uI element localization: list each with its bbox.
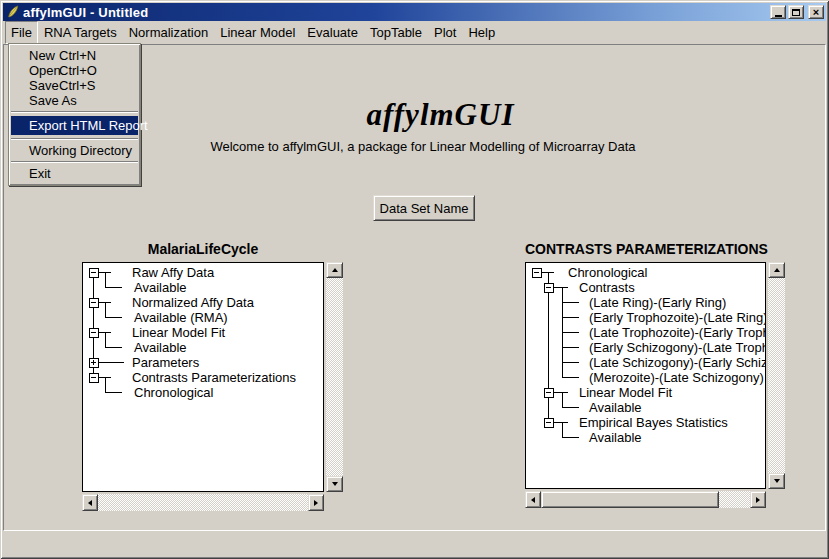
scrollbar-track[interactable] bbox=[541, 491, 750, 508]
menu-linear-model[interactable]: Linear Model bbox=[214, 21, 301, 44]
menu-item-save[interactable]: Save Ctrl+S bbox=[10, 78, 139, 93]
tree-node-label[interactable]: Contrasts Parameterizations bbox=[132, 370, 297, 385]
tree-node-label[interactable]: (Merozoite)-(Late Schizogony) bbox=[589, 370, 764, 385]
left-horizontal-scrollbar[interactable] bbox=[82, 494, 324, 511]
menu-help[interactable]: Help bbox=[462, 21, 501, 44]
tree-node-label[interactable]: (Early Trophozoite)-(Late Ring) bbox=[589, 310, 765, 325]
contrasts-tree: ChronologicalContrasts(Late Ring)-(Early… bbox=[526, 263, 765, 488]
scrollbar-track[interactable] bbox=[768, 278, 785, 473]
menu-toptable[interactable]: TopTable bbox=[364, 21, 428, 44]
scroll-right-icon[interactable] bbox=[750, 491, 766, 508]
scroll-right-icon[interactable] bbox=[308, 494, 324, 511]
tree-node-label[interactable]: Chronological bbox=[134, 385, 214, 400]
tree-node-label[interactable]: (Late Ring)-(Early Ring) bbox=[589, 295, 726, 310]
tree-node-label[interactable]: Normalized Affy Data bbox=[132, 295, 255, 310]
menu-item-exit[interactable]: Exit bbox=[10, 166, 139, 181]
right-horizontal-scrollbar[interactable] bbox=[525, 491, 766, 508]
menu-plot[interactable]: Plot bbox=[428, 21, 462, 44]
menu-separator bbox=[11, 161, 138, 163]
scrollbar-track[interactable] bbox=[326, 278, 343, 476]
menu-separator bbox=[11, 111, 138, 113]
menu-evaluate[interactable]: Evaluate bbox=[301, 21, 364, 44]
menu-item-open[interactable]: Open Ctrl+O bbox=[10, 63, 139, 78]
scroll-left-icon[interactable] bbox=[82, 494, 98, 511]
left-tree-heading: MalariaLifeCycle bbox=[82, 241, 324, 257]
menu-item-accelerator: Ctrl+S bbox=[59, 78, 95, 93]
tree-node-label[interactable]: Empirical Bayes Statistics bbox=[579, 415, 728, 430]
contrasts-tree-canvas[interactable]: ChronologicalContrasts(Late Ring)-(Early… bbox=[525, 262, 766, 489]
tree-node-label[interactable]: (Late Trophozoite)-(Early Trophozoite) bbox=[589, 325, 765, 340]
file-menu: New Ctrl+N Open Ctrl+O Save Ctrl+S Save … bbox=[8, 43, 141, 186]
window-controls: × bbox=[768, 5, 824, 19]
scroll-left-icon[interactable] bbox=[525, 491, 541, 508]
right-tree-heading: CONTRASTS PARAMETERIZATIONS bbox=[525, 241, 766, 257]
scroll-up-icon[interactable] bbox=[768, 262, 785, 278]
window-title: affylmGUI - Untitled bbox=[23, 5, 148, 20]
menu-normalization[interactable]: Normalization bbox=[123, 21, 214, 44]
tree-node-label[interactable]: Raw Affy Data bbox=[132, 265, 215, 280]
app-window: affylmGUI - Untitled × File RNA Targets … bbox=[0, 0, 829, 559]
right-vertical-scrollbar[interactable] bbox=[768, 262, 785, 489]
menu-item-export-html-report[interactable]: Export HTML Report bbox=[11, 116, 138, 135]
menu-item-label: Open bbox=[29, 63, 61, 78]
tree-node-label[interactable]: (Late Schizogony)-(Early Schizogony) bbox=[589, 355, 765, 370]
menu-item-new[interactable]: New Ctrl+N bbox=[10, 48, 139, 63]
menu-item-accelerator: Ctrl+N bbox=[59, 48, 96, 63]
scroll-down-icon[interactable] bbox=[768, 473, 785, 489]
data-set-name-button[interactable]: Data Set Name bbox=[373, 195, 475, 221]
scroll-down-icon[interactable] bbox=[326, 476, 343, 492]
titlebar[interactable]: affylmGUI - Untitled × bbox=[3, 3, 826, 21]
tree-node-label[interactable]: Available (RMA) bbox=[134, 310, 228, 325]
status-tree: Raw Affy DataAvailableNormalized Affy Da… bbox=[83, 263, 323, 491]
minimize-button-icon[interactable] bbox=[770, 5, 786, 19]
menu-item-working-directory[interactable]: Working Directory bbox=[10, 143, 139, 158]
menu-file[interactable]: File bbox=[5, 21, 38, 44]
close-button-icon[interactable]: × bbox=[808, 5, 824, 19]
app-title: affylmGUI bbox=[55, 97, 826, 133]
menu-item-label: Save bbox=[29, 78, 59, 93]
menu-item-save-as[interactable]: Save As bbox=[10, 93, 139, 108]
left-vertical-scrollbar[interactable] bbox=[326, 262, 343, 492]
menubar: File RNA Targets Normalization Linear Mo… bbox=[3, 21, 826, 44]
menu-separator bbox=[11, 138, 138, 140]
tree-node-label[interactable]: Available bbox=[134, 340, 187, 355]
menu-item-label: Export HTML Report bbox=[29, 118, 148, 133]
menu-item-label: Working Directory bbox=[29, 143, 132, 158]
menu-item-label: Save As bbox=[29, 93, 77, 108]
scroll-up-icon[interactable] bbox=[326, 262, 343, 278]
tree-node-label[interactable]: Available bbox=[589, 430, 642, 445]
tree-node-label[interactable]: Linear Model Fit bbox=[579, 385, 673, 400]
tree-node-label[interactable]: (Early Schizogony)-(Late Trophozoite) bbox=[589, 340, 765, 355]
tree-node-label[interactable]: Chronological bbox=[568, 265, 648, 280]
tk-feather-icon bbox=[6, 5, 20, 19]
maximize-button-icon[interactable] bbox=[788, 5, 804, 19]
menu-item-label: New bbox=[29, 48, 55, 63]
scrollbar-track[interactable] bbox=[98, 494, 308, 511]
tree-node-label[interactable]: Parameters bbox=[132, 355, 200, 370]
menu-item-accelerator: Ctrl+O bbox=[59, 63, 97, 78]
scrollbar-thumb[interactable] bbox=[541, 491, 719, 508]
status-tree-canvas[interactable]: Raw Affy DataAvailableNormalized Affy Da… bbox=[82, 262, 324, 492]
menu-item-label: Exit bbox=[29, 166, 51, 181]
tree-node-label[interactable]: Available bbox=[589, 400, 642, 415]
tree-node-label[interactable]: Contrasts bbox=[579, 280, 635, 295]
menu-rna-targets[interactable]: RNA Targets bbox=[38, 21, 123, 44]
tree-node-label[interactable]: Linear Model Fit bbox=[132, 325, 226, 340]
tree-node-label[interactable]: Available bbox=[134, 280, 187, 295]
